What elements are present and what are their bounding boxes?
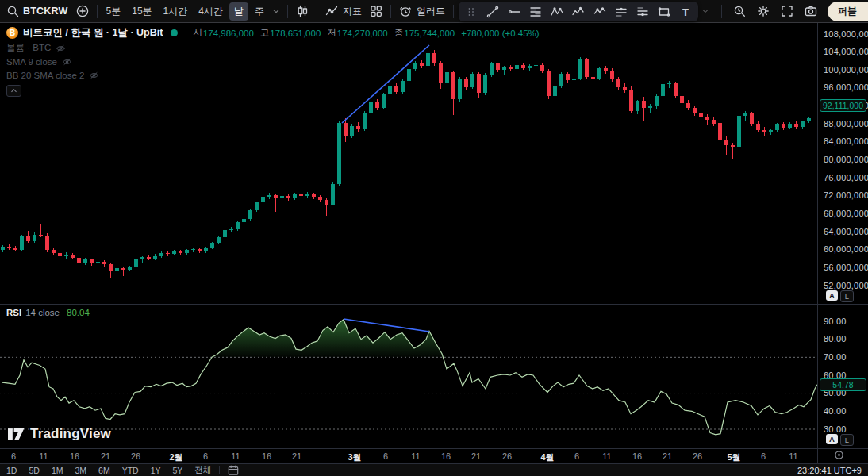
candlestick-style-icon <box>296 5 309 17</box>
abc-wave-icon[interactable] <box>593 5 607 19</box>
log-scale-button[interactable]: L <box>840 434 854 446</box>
settings-button[interactable] <box>753 3 774 19</box>
range-1Y[interactable]: 1Y <box>151 466 161 475</box>
indicator-row-sma[interactable]: SMA 9 close <box>6 56 540 67</box>
calendar-icon <box>228 465 239 476</box>
trend-line-icon[interactable] <box>486 5 500 19</box>
bitcoin-coin-icon: B <box>6 27 18 39</box>
go-to-date-button[interactable] <box>228 465 239 476</box>
high-value: 178,651,000 <box>270 29 321 38</box>
toolbar-divider <box>721 5 722 18</box>
rsi-scale-buttons: A L <box>826 434 854 446</box>
range-5D[interactable]: 5D <box>29 466 39 475</box>
interval-15분[interactable]: 15분 <box>127 2 156 21</box>
timezone-target-button[interactable] <box>834 450 844 460</box>
interval-주[interactable]: 주 <box>250 2 269 21</box>
range-5Y[interactable]: 5Y <box>173 466 183 475</box>
symbol-button[interactable]: BTCKRW <box>19 4 72 18</box>
interval-group: 5분15분1시간4시간날주 <box>102 2 269 21</box>
rsi-legend[interactable]: RSI 14 close 80.04 <box>6 308 90 317</box>
clock-utc[interactable]: 23:20:41 UTC+9 <box>797 466 862 475</box>
rsi-line <box>2 320 817 435</box>
clock-search-icon <box>733 5 746 17</box>
range-6M[interactable]: 6M <box>98 466 110 475</box>
chevron-down-icon <box>701 6 710 16</box>
toolbar-divider <box>317 5 317 18</box>
bottom-toolbar: 1D5D1M3M6MYTD1Y5Y전체 23:20:41 UTC+9 <box>0 463 868 476</box>
compare-add-button[interactable] <box>72 3 93 19</box>
open-value: 174,986,000 <box>203 29 254 38</box>
fullscreen-button[interactable] <box>777 3 797 19</box>
plus-circle-icon <box>76 5 89 17</box>
toolbar-divider <box>453 5 454 18</box>
indicators-button[interactable]: 지표 <box>321 3 366 20</box>
close-value: 175,744,000 <box>404 29 455 38</box>
tradingview-logo-icon <box>8 425 25 442</box>
interval-1시간[interactable]: 1시간 <box>159 2 193 21</box>
chevron-down-icon <box>271 6 282 17</box>
top-toolbar: BTCKRW 5분15분1시간4시간날주 지표 얼러트 <box>0 0 868 23</box>
chart-style-button[interactable] <box>292 3 313 19</box>
gear-icon <box>757 5 770 17</box>
indicator-row-bb[interactable]: BB 20 SMA close 2 <box>6 70 540 80</box>
rectangle-icon[interactable] <box>657 5 671 19</box>
low-value: 174,270,000 <box>337 29 388 38</box>
grid-layout-icon <box>370 5 382 17</box>
range-3M[interactable]: 3M <box>75 466 86 475</box>
range-1D[interactable]: 1D <box>6 466 17 475</box>
long-position-icon[interactable] <box>614 5 628 19</box>
range-전체[interactable]: 전체 <box>194 465 211 476</box>
xabcd-pattern-icon[interactable] <box>550 5 564 19</box>
chevron-up-icon <box>10 88 17 94</box>
alarm-clock-icon <box>399 5 412 17</box>
symbol-legend-row[interactable]: B 비트코인 / 한국 원 · 1날 · UpBit 시174,986,000 … <box>6 26 540 40</box>
range-1M[interactable]: 1M <box>52 466 63 475</box>
tradingview-app: BTCKRW 5분15분1시간4시간날주 지표 얼러트 <box>0 0 868 476</box>
drag-handle <box>464 5 478 19</box>
auto-scale-button[interactable]: A <box>826 434 838 444</box>
eye-off-icon[interactable] <box>62 58 72 66</box>
auto-scale-button[interactable]: A <box>826 290 838 301</box>
ohlc-values: 시174,986,000 고178,651,000 저174,270,000 종… <box>186 27 539 39</box>
screenshot-button[interactable] <box>801 3 821 19</box>
range-YTD[interactable]: YTD <box>122 466 139 475</box>
toolbar-divider <box>390 5 391 18</box>
eye-off-icon[interactable] <box>89 71 99 79</box>
elliott-wave-icon[interactable] <box>571 5 586 19</box>
camera-icon <box>805 5 817 17</box>
horizontal-ray-icon[interactable] <box>507 5 521 19</box>
chart-legend: B 비트코인 / 한국 원 · 1날 · UpBit 시174,986,000 … <box>6 26 540 97</box>
legend-collapse-button[interactable] <box>6 85 21 97</box>
change-value: +780,000 (+0.45%) <box>461 29 539 38</box>
publish-button[interactable]: 퍼블 <box>828 2 868 21</box>
log-scale-button[interactable]: L <box>840 290 854 302</box>
svg-text:T: T <box>682 6 689 17</box>
fib-retracement-icon[interactable] <box>528 5 543 19</box>
interval-menu-button[interactable] <box>269 4 283 18</box>
rsi-overbought-fill <box>2 320 817 358</box>
tradingview-watermark: TradingView <box>8 425 111 442</box>
quick-search-button[interactable] <box>729 3 750 19</box>
alert-button[interactable]: 얼러트 <box>395 3 449 20</box>
short-position-icon[interactable] <box>636 5 650 19</box>
templates-button[interactable] <box>366 3 386 19</box>
toolbar-divider <box>287 5 288 18</box>
toolbar-divider <box>219 466 220 474</box>
search-icon[interactable] <box>6 5 19 17</box>
eye-off-icon[interactable] <box>56 44 66 52</box>
market-status-dot <box>171 29 178 36</box>
rsi-value: 80.04 <box>67 308 90 317</box>
interval-날[interactable]: 날 <box>229 2 248 21</box>
toolbar-divider <box>97 5 98 18</box>
text-tool-icon[interactable]: T <box>678 5 693 19</box>
price-scale-buttons: A L <box>826 290 854 302</box>
interval-5분[interactable]: 5분 <box>102 2 126 21</box>
interval-4시간[interactable]: 4시간 <box>194 2 228 21</box>
symbol-title: 비트코인 / 한국 원 · 1날 · UpBit <box>23 26 163 40</box>
drawing-toolbar: T <box>459 2 698 21</box>
fullscreen-icon <box>781 5 793 17</box>
date-range-group: 1D5D1M3M6MYTD1Y5Y전체 <box>6 465 211 476</box>
indicator-row-volume[interactable]: 볼륨 · BTC <box>6 43 540 53</box>
rsi-last-value-badge: 54.78 <box>820 378 866 391</box>
last-price-badge: 92,111,000 <box>820 99 866 112</box>
